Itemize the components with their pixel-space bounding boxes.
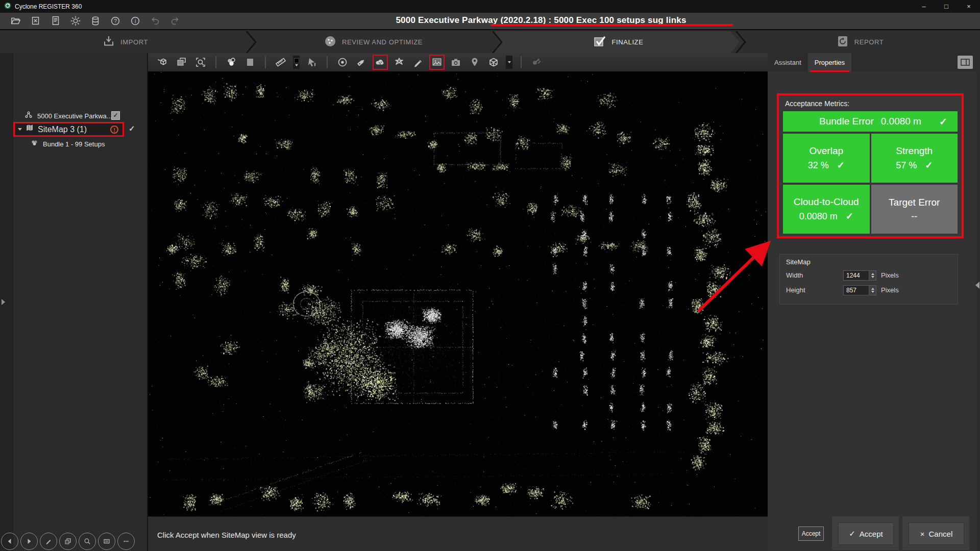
close-project-icon[interactable] <box>30 15 41 27</box>
tab-assistant[interactable]: Assistant <box>768 53 808 72</box>
workflow-tab-bar: IMPORT REVIEW AND OPTIMIZE FINALIZE REPO… <box>0 31 980 53</box>
toolbar-separator <box>215 56 216 68</box>
import-icon <box>102 35 115 50</box>
app-logo-icon <box>4 2 11 11</box>
tab-properties[interactable]: Properties <box>808 53 851 72</box>
sitemap-check-icon: ✓ <box>129 124 135 133</box>
project-tree-panel: 5000 Executive Parkwa... ✓ SiteMap 3 (1)… <box>0 53 148 551</box>
target-error-metric: Target Error -- <box>871 185 958 234</box>
width-stepper[interactable] <box>869 270 876 281</box>
project-visibility-checkbox[interactable]: ✓ <box>111 111 120 120</box>
svg-text:?: ? <box>114 18 117 24</box>
select-cursor-icon[interactable] <box>305 56 318 69</box>
tab-finalize[interactable]: FINALIZE <box>496 31 740 53</box>
tree-item-sitemap-highlighted[interactable]: SiteMap 3 (1) ! <box>13 122 124 137</box>
open-project-icon[interactable] <box>10 15 21 27</box>
point-cloud-icon[interactable] <box>374 56 387 69</box>
camera-icon[interactable] <box>449 56 462 69</box>
height-stepper[interactable] <box>869 285 876 295</box>
accept-small-button[interactable]: Accept <box>798 527 824 541</box>
zoom-window-icon[interactable] <box>194 56 207 69</box>
mesh-links-icon[interactable] <box>393 56 406 69</box>
color-swatch <box>294 58 299 63</box>
more-options-button[interactable] <box>117 533 135 550</box>
fill-region-icon[interactable] <box>243 56 257 69</box>
width-unit: Pixels <box>881 271 899 279</box>
next-button[interactable] <box>20 533 38 550</box>
bundle-error-value: 0.0080 m <box>881 116 921 127</box>
width-input[interactable] <box>843 270 871 281</box>
sitemap-group-title: SiteMap <box>786 258 811 266</box>
keyboard-panel-button[interactable] <box>98 533 115 550</box>
app-window: Cyclone REGISTER 360 – □ × ? i 5000 Exec… <box>0 0 980 551</box>
accept-button[interactable]: ✓ Accept <box>838 522 894 545</box>
finalize-checkbox-icon <box>593 34 607 51</box>
duplicate-button[interactable] <box>59 533 77 550</box>
close-button[interactable]: × <box>958 0 980 13</box>
cancel-button-panel: × Cancel <box>902 516 969 550</box>
project-node-icon <box>23 110 34 122</box>
warning-icon: ! <box>110 126 118 134</box>
zoom-search-button[interactable] <box>79 533 96 550</box>
sitemap-properties-group: SiteMap Width Pixels Height Pixels <box>779 254 958 305</box>
extract-view-icon[interactable] <box>156 56 169 69</box>
check-icon: ✓ <box>849 529 855 538</box>
status-message: Click Accept when SiteMap view is ready <box>157 531 296 539</box>
measure-style-dropdown[interactable] <box>293 56 300 69</box>
measure-ruler-icon[interactable] <box>274 56 287 69</box>
tree-item-project[interactable]: 5000 Executive Parkwa... <box>23 110 112 122</box>
app-title: Cyclone REGISTER 360 <box>15 3 82 10</box>
cube-view-dropdown[interactable] <box>506 56 512 69</box>
edit-link-icon[interactable] <box>530 56 543 69</box>
tab-import[interactable]: IMPORT <box>0 31 250 53</box>
height-input[interactable] <box>843 285 871 295</box>
chevron-up-icon <box>871 273 874 275</box>
chevron-up-icon <box>871 288 874 290</box>
panel-expand-handle-icon[interactable] <box>2 299 5 305</box>
duplicate-frame-icon[interactable] <box>175 56 188 69</box>
cloud-to-cloud-metric: Cloud-to-Cloud 0.0080 m✓ <box>783 185 870 234</box>
title-bar: Cyclone REGISTER 360 – □ × <box>0 0 980 13</box>
info-icon[interactable]: i <box>130 15 141 27</box>
strength-metric: Strength 57 %✓ <box>871 134 958 183</box>
draw-link-icon[interactable] <box>411 56 425 69</box>
layout-window-icon[interactable] <box>958 56 973 69</box>
tab-report[interactable]: REPORT <box>740 31 980 53</box>
report-icon <box>836 35 849 50</box>
x-icon: × <box>920 530 925 538</box>
cancel-button[interactable]: × Cancel <box>909 522 964 545</box>
tag-icon[interactable] <box>355 56 368 69</box>
chevron-down-icon <box>871 276 874 278</box>
right-panel-edge-strip <box>976 72 980 551</box>
settings-gear-icon[interactable] <box>70 15 81 27</box>
edit-pencil-button[interactable] <box>40 533 57 550</box>
image-icon[interactable] <box>430 56 444 69</box>
tab-review-and-optimize[interactable]: REVIEW AND OPTIMIZE <box>250 31 496 53</box>
target-icon[interactable] <box>336 56 349 69</box>
right-panel-tabs: Assistant Properties <box>768 53 980 72</box>
previous-button[interactable] <box>1 533 18 550</box>
point-cloud-viewport[interactable] <box>148 71 768 516</box>
acceptance-metrics-title: Acceptance Metrics: <box>785 99 958 108</box>
redo-icon[interactable] <box>169 15 181 27</box>
help-icon[interactable]: ? <box>110 15 121 27</box>
width-label: Width <box>786 271 803 279</box>
check-icon: ✓ <box>837 160 845 171</box>
cube-view-icon[interactable] <box>487 56 500 69</box>
undo-icon[interactable] <box>150 15 161 27</box>
check-icon: ✓ <box>846 211 853 222</box>
check-icon: ✓ <box>939 116 947 128</box>
location-pin-icon[interactable] <box>468 56 481 69</box>
database-icon[interactable] <box>90 15 101 27</box>
toolbar-separator <box>521 56 522 68</box>
merge-clouds-icon[interactable] <box>225 56 238 69</box>
tree-item-bundle[interactable]: Bundle 1 - 99 Setups <box>30 138 105 149</box>
panel-collapse-handle-icon[interactable] <box>975 282 979 289</box>
expand-caret-icon[interactable] <box>18 128 22 131</box>
chevron-down-icon <box>871 291 874 293</box>
viewer-status-bar: Click Accept when SiteMap view is ready <box>148 516 768 551</box>
viewer-nav-controls <box>1 533 135 550</box>
report-doc-icon[interactable] <box>50 15 61 27</box>
maximize-button[interactable]: □ <box>935 0 958 13</box>
minimize-button[interactable]: – <box>913 0 935 13</box>
